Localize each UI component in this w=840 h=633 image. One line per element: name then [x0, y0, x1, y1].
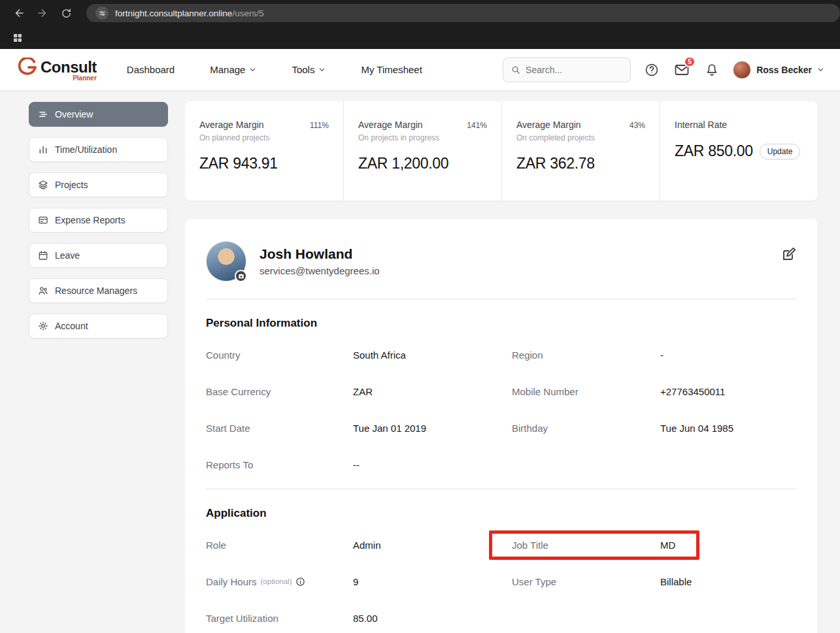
logo-subtext: Planner [73, 74, 97, 82]
stat-percent: 141% [467, 121, 487, 130]
profile-avatar[interactable] [206, 241, 246, 282]
stat-title: Average Margin [199, 120, 264, 130]
reload-icon [61, 8, 72, 19]
sidebar-item-label: Resource Managers [55, 285, 137, 296]
gear-icon [38, 321, 48, 331]
url-path: /users/5 [232, 8, 263, 18]
messages-badge: 5 [684, 56, 696, 67]
profile-name: Josh Howland [260, 246, 380, 262]
tab-grid-button[interactable] [8, 28, 27, 48]
change-photo-button[interactable] [235, 270, 247, 282]
profile-email: services@twentydegrees.io [260, 265, 380, 276]
site-settings-icon[interactable] [95, 7, 109, 20]
url-domain: fortnight.consultplanner.online [115, 8, 232, 18]
nav-manage[interactable]: Manage [210, 64, 256, 75]
field-row-currency-mobile: Base Currency ZAR Mobile Number +2776345… [206, 373, 797, 410]
sidebar-item-overview[interactable]: Overview [29, 102, 168, 127]
bar-chart-icon [38, 144, 48, 155]
search-icon [511, 65, 520, 75]
user-avatar [733, 61, 751, 79]
address-bar[interactable]: fortnight.consultplanner.online/users/5 [86, 4, 840, 22]
url-text: fortnight.consultplanner.online/users/5 [115, 8, 263, 18]
mobile-number-value: +27763450011 [660, 386, 725, 397]
info-icon[interactable] [295, 577, 305, 587]
help-icon [645, 63, 659, 77]
people-icon [38, 285, 48, 296]
job-title-label: Job Title [512, 540, 660, 551]
update-rate-button[interactable]: Update [760, 144, 801, 159]
stat-inprogress-margin: Average Margin 141% On projects in progr… [343, 101, 501, 201]
search-box[interactable] [503, 57, 631, 82]
sidebar-item-label: Leave [55, 250, 80, 261]
sidebar-item-time-utilization[interactable]: Time/Utilization [29, 137, 168, 162]
nav-tools[interactable]: Tools [292, 64, 326, 75]
tune-icon [99, 10, 106, 17]
nav-manage-label: Manage [210, 64, 245, 75]
overview-icon [38, 109, 48, 120]
field-row-startdate-birthday: Start Date Tue Jan 01 2019 Birthday Tue … [206, 410, 797, 446]
stat-title: Average Margin [358, 120, 423, 130]
birthday-label: Birthday [512, 423, 660, 434]
calendar-icon [38, 250, 48, 261]
nav-dashboard-label: Dashboard [127, 64, 175, 75]
sidebar-item-label: Expense Reports [55, 215, 125, 225]
stat-value: ZAR 943.91 [199, 155, 329, 172]
browser-forward-button[interactable] [33, 3, 52, 23]
sidebar-item-leave[interactable]: Leave [29, 243, 168, 268]
chevron-down-icon [817, 66, 824, 73]
main-content: Average Margin 111% On planned projects … [185, 91, 840, 633]
sidebar-item-label: Overview [55, 109, 93, 120]
search-input[interactable] [526, 65, 622, 75]
browser-back-button[interactable] [9, 3, 29, 23]
stat-internal-rate: Internal Rate ZAR 850.00 Update [660, 101, 818, 201]
stat-planned-margin: Average Margin 111% On planned projects … [185, 101, 343, 201]
optional-hint: (optional) [261, 577, 292, 585]
app-logo[interactable]: Consult Planner [18, 57, 97, 82]
sidebar-item-label: Projects [55, 180, 88, 190]
edit-pencil-icon [781, 246, 797, 262]
camera-icon [238, 273, 244, 280]
edit-profile-button[interactable] [781, 246, 797, 262]
user-type-value: Billable [660, 576, 692, 587]
daily-hours-label: Daily Hours (optional) [206, 576, 353, 587]
sidebar-item-label: Time/Utilization [55, 144, 117, 155]
nav-my-timesheet[interactable]: My Timesheet [361, 64, 422, 75]
target-utilization-value: 85.00 [353, 613, 512, 624]
role-label: Role [206, 540, 353, 551]
help-button[interactable] [643, 61, 661, 79]
sidebar-item-account[interactable]: Account [29, 314, 168, 338]
section-divider [206, 489, 797, 489]
profile-header: Josh Howland services@twentydegrees.io [206, 241, 797, 299]
sidebar-item-projects[interactable]: Projects [29, 172, 168, 197]
field-row-reports-to: Reports To -- [206, 446, 797, 483]
messages-button[interactable]: 5 [673, 61, 691, 79]
sidebar-item-expense-reports[interactable]: Expense Reports [29, 208, 168, 233]
application-heading: Application [206, 507, 797, 520]
job-title-value: MD [660, 540, 675, 551]
field-row-role-jobtitle: Role Admin Job Title MD [206, 527, 797, 563]
stat-percent: 43% [630, 121, 645, 130]
app-header: Consult Planner Dashboard Manage Tools M… [0, 49, 840, 91]
daily-hours-label-text: Daily Hours [206, 576, 257, 587]
chevron-down-icon [318, 66, 326, 73]
birthday-value: Tue Jun 04 1985 [660, 423, 733, 434]
start-date-value: Tue Jan 01 2019 [353, 423, 512, 434]
logo-text: Consult [41, 58, 97, 76]
field-row-dailyhours-usertype: Daily Hours (optional) 9 User Type Billa… [206, 563, 797, 600]
user-menu[interactable]: Ross Becker [733, 61, 824, 79]
mobile-number-label: Mobile Number [512, 386, 660, 397]
browser-reload-button[interactable] [56, 3, 76, 23]
grid-icon [12, 33, 23, 43]
bell-icon [705, 63, 719, 77]
sidebar: Overview Time/Utilization Projects Expen… [0, 91, 185, 633]
stat-value: ZAR 850.00 [675, 142, 753, 160]
field-row-country-region: Country South Africa Region - [206, 336, 797, 373]
sidebar-item-resource-managers[interactable]: Resource Managers [29, 278, 168, 303]
nav-dashboard[interactable]: Dashboard [127, 64, 175, 75]
logo-mark-icon [18, 57, 38, 77]
stat-title: Average Margin [516, 120, 581, 130]
stat-subtitle: On projects in progress [358, 133, 487, 142]
country-label: Country [206, 349, 353, 361]
country-value: South Africa [353, 349, 512, 361]
notifications-button[interactable] [703, 61, 721, 79]
